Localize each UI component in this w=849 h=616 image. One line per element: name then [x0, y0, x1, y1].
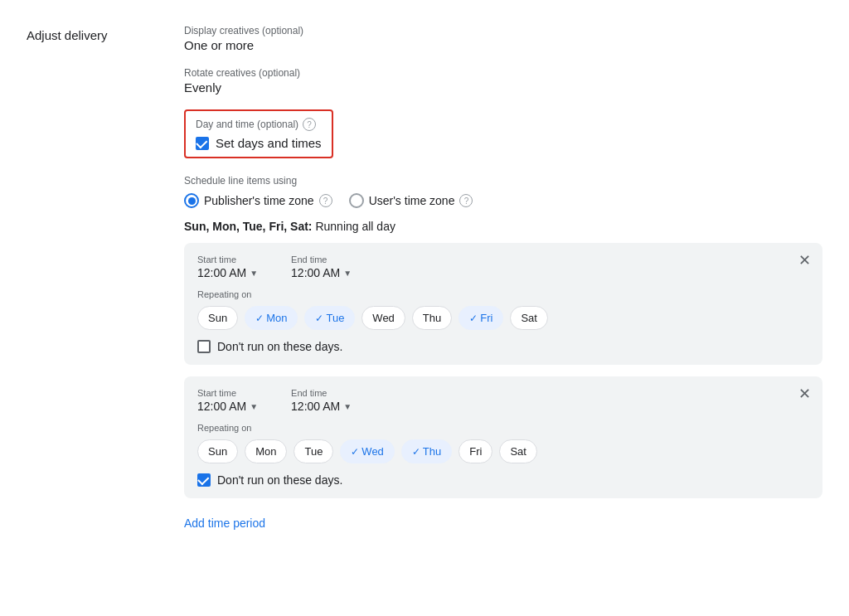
schedule-summary: Sun, Mon, Tue, Fri, Sat: Running all day — [184, 220, 822, 233]
day-label-mon-2: Mon — [255, 445, 276, 458]
user-tz-label: User's time zone — [369, 194, 455, 207]
start-time-label-1: Start time — [197, 255, 258, 264]
day-label-tue-2: Tue — [304, 445, 323, 458]
time-block-2: Start time 12:00 AM ▼ End time 12:00 AM … — [184, 376, 822, 498]
set-days-times-checkbox[interactable] — [196, 137, 209, 150]
day-label-thu-2: Thu — [423, 445, 441, 458]
day-label-wed-1: Wed — [372, 312, 395, 324]
dont-run-checkbox-2[interactable] — [197, 473, 211, 487]
schedule-using-label: Schedule line items using — [184, 175, 822, 187]
check-mark-mon-1: ✓ — [255, 313, 264, 324]
end-time-arrow-2: ▼ — [343, 402, 352, 411]
check-mark-wed-2: ✓ — [351, 446, 359, 458]
start-time-dropdown-2[interactable]: 12:00 AM ▼ — [197, 400, 258, 413]
dont-run-checkbox-1[interactable] — [197, 340, 211, 353]
schedule-section: Schedule line items using Publisher's ti… — [184, 175, 822, 530]
time-block-1: Start time 12:00 AM ▼ End time 12:00 AM … — [184, 243, 822, 365]
dont-run-row-2: Don't run on these days. — [197, 473, 809, 487]
end-time-dropdown-1[interactable]: 12:00 AM ▼ — [291, 266, 352, 279]
day-label-sun-1: Sun — [208, 312, 227, 324]
time-row-1: Start time 12:00 AM ▼ End time 12:00 AM … — [197, 255, 809, 279]
adjust-delivery-label: Adjust delivery — [27, 25, 134, 530]
publisher-tz-option[interactable]: Publisher's time zone ? — [184, 193, 332, 208]
check-mark-thu-2: ✓ — [412, 446, 420, 458]
repeating-label-2: Repeating on — [197, 423, 809, 433]
day-time-box: Day and time (optional) ? Set days and t… — [184, 109, 333, 158]
day-label-tue-1: Tue — [326, 312, 344, 324]
dont-run-text-2: Don't run on these days. — [217, 473, 342, 487]
dont-run-text-1: Don't run on these days. — [217, 340, 342, 353]
days-row-2: Sun Mon Tue ✓ Wed ✓ Thu — [197, 439, 809, 463]
publisher-tz-radio[interactable] — [184, 193, 199, 208]
day-chip-fri-2[interactable]: Fri — [458, 439, 492, 463]
day-time-label: Day and time (optional) ? — [196, 118, 322, 131]
start-time-dropdown-1[interactable]: 12:00 AM ▼ — [197, 266, 258, 279]
rotate-creatives-section: Rotate creatives (optional) Evenly — [184, 67, 822, 95]
time-row-2: Start time 12:00 AM ▼ End time 12:00 AM … — [197, 388, 809, 413]
display-creatives-section: Display creatives (optional) One or more — [184, 25, 822, 52]
start-time-arrow-1: ▼ — [250, 269, 258, 278]
display-creatives-value: One or more — [184, 38, 822, 52]
day-chip-tue-2[interactable]: Tue — [294, 439, 333, 463]
day-label-sat-2: Sat — [510, 445, 526, 458]
start-time-value-1: 12:00 AM — [197, 266, 246, 279]
user-tz-option[interactable]: User's time zone ? — [349, 193, 473, 208]
dont-run-row-1: Don't run on these days. — [197, 340, 809, 353]
day-chip-sun-2[interactable]: Sun — [197, 439, 238, 463]
day-chip-sun-1[interactable]: Sun — [197, 306, 238, 330]
day-chip-sat-2[interactable]: Sat — [499, 439, 537, 463]
day-chip-thu-2[interactable]: ✓ Thu — [401, 439, 452, 463]
publisher-tz-label: Publisher's time zone — [204, 194, 314, 207]
close-btn-1[interactable]: ✕ — [798, 253, 811, 268]
day-time-help-icon[interactable]: ? — [303, 118, 316, 131]
rotate-creatives-value: Evenly — [184, 80, 822, 95]
check-mark-fri-1: ✓ — [469, 313, 478, 324]
day-label-wed-2: Wed — [361, 445, 384, 458]
add-time-period-button[interactable]: Add time period — [184, 517, 265, 530]
publisher-tz-help-icon[interactable]: ? — [319, 194, 332, 207]
end-time-dropdown-2[interactable]: 12:00 AM ▼ — [291, 400, 352, 413]
user-tz-radio[interactable] — [349, 193, 364, 208]
day-label-sat-1: Sat — [521, 312, 537, 324]
start-time-value-2: 12:00 AM — [197, 400, 246, 413]
day-label-fri-1: Fri — [480, 312, 492, 324]
start-time-arrow-2: ▼ — [250, 402, 258, 411]
rotate-creatives-label: Rotate creatives (optional) — [184, 67, 822, 79]
end-time-field-1: End time 12:00 AM ▼ — [291, 255, 352, 279]
day-label-sun-2: Sun — [208, 445, 227, 458]
schedule-summary-prefix: Sun, Mon, Tue, Fri, Sat: — [184, 220, 313, 233]
end-time-arrow-1: ▼ — [343, 269, 352, 278]
day-label-thu-1: Thu — [423, 312, 441, 324]
set-days-times-label: Set days and times — [216, 136, 322, 150]
repeating-label-1: Repeating on — [197, 289, 809, 299]
day-chip-wed-2[interactable]: ✓ Wed — [340, 439, 395, 463]
check-mark-tue-1: ✓ — [315, 313, 323, 324]
end-time-value-2: 12:00 AM — [291, 400, 340, 413]
end-time-value-1: 12:00 AM — [291, 266, 340, 279]
end-time-field-2: End time 12:00 AM ▼ — [291, 388, 352, 413]
start-time-field-2: Start time 12:00 AM ▼ — [197, 388, 258, 413]
right-content: Display creatives (optional) One or more… — [184, 25, 822, 530]
day-chip-tue-1[interactable]: ✓ Tue — [304, 306, 355, 330]
day-chip-sat-1[interactable]: Sat — [510, 306, 548, 330]
day-chip-thu-1[interactable]: Thu — [412, 306, 452, 330]
day-chip-wed-1[interactable]: Wed — [361, 306, 405, 330]
display-creatives-label: Display creatives (optional) — [184, 25, 822, 36]
end-time-label-1: End time — [291, 255, 352, 264]
day-label-fri-2: Fri — [469, 445, 482, 458]
day-chip-mon-2[interactable]: Mon — [245, 439, 287, 463]
day-label-mon-1: Mon — [266, 312, 287, 324]
set-days-times-row[interactable]: Set days and times — [196, 136, 322, 150]
close-btn-2[interactable]: ✕ — [798, 386, 811, 401]
day-chip-fri-1[interactable]: ✓ Fri — [458, 306, 503, 330]
timezone-radio-row: Publisher's time zone ? User's time zone… — [184, 193, 822, 208]
days-row-1: Sun ✓ Mon ✓ Tue Wed Thu — [197, 306, 809, 330]
end-time-label-2: End time — [291, 388, 352, 398]
day-chip-mon-1[interactable]: ✓ Mon — [245, 306, 298, 330]
start-time-field-1: Start time 12:00 AM ▼ — [197, 255, 258, 279]
user-tz-help-icon[interactable]: ? — [459, 194, 473, 207]
start-time-label-2: Start time — [197, 388, 258, 398]
